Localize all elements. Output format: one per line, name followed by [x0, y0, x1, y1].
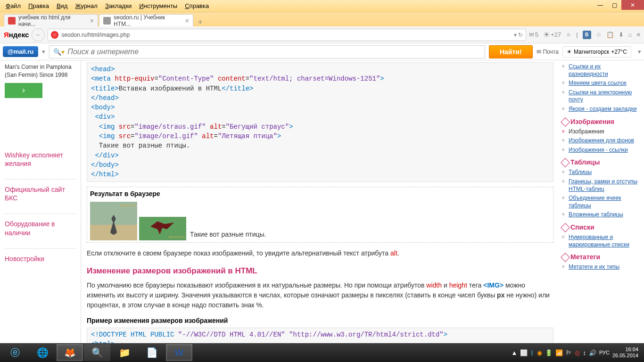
- system-tray: ▲ ⬜ ᛒ ◉ 🔋 📶 🏳 ◎ ↕ 🔊 РУС 16:04 26.05.2014: [512, 346, 642, 359]
- bird-image: seodon.ru: [139, 217, 186, 240]
- mail-link[interactable]: ✉ Почта: [537, 49, 559, 55]
- window-controls: — ▢ ✕: [593, 0, 644, 10]
- flag-icon[interactable]: 🏳: [566, 349, 572, 356]
- new-tab-button[interactable]: +: [194, 18, 206, 26]
- menu-tools[interactable]: Инструменты: [135, 1, 181, 11]
- url-bar[interactable]: seodon.ru/html/images.php ▾ ↻: [48, 29, 526, 41]
- yandex-logo[interactable]: Яндекс: [4, 31, 29, 39]
- tray-icons[interactable]: ▲ ⬜ ᛒ ◉ 🔋 📶 🏳 ◎ ↕ 🔊: [512, 349, 596, 356]
- menu-file[interactable]: Файл: [2, 1, 25, 11]
- tray-icon[interactable]: ⬜: [520, 349, 528, 356]
- explorer-icon[interactable]: 📁: [111, 344, 138, 361]
- section-lists[interactable]: Списки: [562, 220, 641, 233]
- close-tab-icon[interactable]: ×: [90, 17, 94, 25]
- nav-link[interactable]: Ссылки на электронную почту: [562, 88, 641, 105]
- ad-text: Man's Corner in Pamplona (San Fermin) Si…: [5, 63, 76, 79]
- chrome-icon[interactable]: 🌐: [29, 344, 56, 361]
- close-tab-icon[interactable]: ×: [185, 17, 189, 25]
- notepad-icon[interactable]: 📄: [139, 344, 165, 361]
- nav-link[interactable]: Изображения для фонов: [562, 136, 641, 146]
- side-link[interactable]: Оборудование в наличии: [5, 214, 76, 242]
- search-box[interactable]: 🔍▾: [49, 45, 485, 58]
- weather-widget[interactable]: ☀ Магнитогорск +27°C: [562, 46, 631, 58]
- nav-link[interactable]: Изображения - ссылки: [562, 146, 641, 155]
- side-link[interactable]: Новостройки: [5, 248, 76, 269]
- find-button[interactable]: Найти!: [489, 45, 533, 58]
- firefox-icon[interactable]: 🦊: [57, 344, 83, 361]
- dropdown-icon[interactable]: ▾: [42, 48, 45, 55]
- vk-icon[interactable]: В: [583, 31, 591, 39]
- weather-icon[interactable]: ☀+27: [543, 30, 561, 39]
- favicon-icon: [8, 17, 16, 25]
- menu-bookmarks[interactable]: Закладки: [101, 1, 135, 11]
- back-button[interactable]: ←: [32, 28, 45, 41]
- section-images[interactable]: Изображения: [562, 114, 641, 127]
- maximize-button[interactable]: ▢: [607, 0, 621, 10]
- nav-link-active[interactable]: Изображения: [562, 127, 641, 137]
- side-link[interactable]: Wishkey исполняет желания: [5, 145, 76, 173]
- nav-link[interactable]: Метатеги и их типы: [562, 263, 641, 272]
- download-icon[interactable]: ⬇: [619, 31, 624, 38]
- browser-tab-1[interactable]: учебник по html для начи... ×: [4, 14, 98, 26]
- menu-edit[interactable]: Правка: [25, 1, 53, 11]
- nav-link[interactable]: Объединение ячеек таблицы: [562, 194, 641, 210]
- content-area: Man's Corner in Pamplona (San Fermin) Si…: [0, 60, 644, 343]
- sub-heading: Пример изменения размеров изображений: [87, 316, 553, 326]
- left-sidebar: Man's Corner in Pamplona (San Fermin) Si…: [0, 60, 81, 343]
- taskbar: ⓔ 🌐 🦊 🔍 📁 📄 W ▲ ⬜ ᛒ ◉ 🔋 📶 🏳 ◎ ↕ 🔊 РУС 16…: [0, 343, 644, 362]
- network-icon[interactable]: 📶: [555, 349, 563, 356]
- nav-link[interactable]: Таблицы: [562, 168, 641, 177]
- tray-icon[interactable]: ◉: [537, 349, 542, 356]
- result-text: Такие вот разные птицы.: [190, 230, 266, 239]
- nav-link[interactable]: Якоря - создаем закладки: [562, 105, 641, 114]
- side-link[interactable]: Официальный сайт БКС: [5, 179, 76, 208]
- main-content: <head> <meta http-equiv="Content-Type" c…: [81, 60, 559, 343]
- section-tables[interactable]: Таблицы: [562, 155, 641, 168]
- mailru-bar: @mail.ru ▾ 🔍▾ Найти! ✉ Почта ☀ Магнитого…: [0, 43, 644, 60]
- volume-icon[interactable]: 🔊: [589, 349, 596, 356]
- clock[interactable]: 16:04 26.05.2014: [612, 346, 638, 359]
- ad-go-button[interactable]: ›: [5, 83, 42, 98]
- url-text: seodon.ru/html/images.php: [61, 32, 130, 38]
- clipboard-icon[interactable]: 📋: [606, 31, 614, 38]
- site-icon: [51, 31, 58, 39]
- minimize-button[interactable]: —: [593, 0, 607, 10]
- ostrich-image: seodon.ru: [90, 202, 137, 240]
- tray-icon[interactable]: ▲: [512, 349, 518, 356]
- tray-icon[interactable]: ↕: [583, 349, 586, 356]
- word-icon[interactable]: W: [166, 344, 192, 361]
- nav-link[interactable]: Вложенные таблицы: [562, 210, 641, 220]
- tab-title: seodon.ru | Учебник HTM...: [114, 14, 182, 27]
- bookmark-icon[interactable]: ☆: [596, 31, 602, 38]
- nav-link[interactable]: Границы, рамки и отступы HTML-таблиц: [562, 177, 641, 194]
- result-box: Результат в браузере seodon.ru seodon.ru…: [87, 187, 553, 243]
- dropdown-icon[interactable]: ▾: [638, 48, 641, 55]
- menu-view[interactable]: Вид: [53, 1, 72, 11]
- browser-tab-2[interactable]: seodon.ru | Учебник HTM... ×: [99, 14, 193, 26]
- search-input[interactable]: [67, 48, 481, 56]
- yandex-icon[interactable]: 🔍: [84, 344, 110, 361]
- language-indicator[interactable]: РУС: [599, 350, 610, 355]
- section-meta[interactable]: Метатеги: [562, 249, 641, 263]
- close-button[interactable]: ✕: [621, 0, 644, 10]
- paragraph: Если отключите в своем браузере показ из…: [87, 248, 553, 258]
- dropdown-icon[interactable]: ▾ ↻: [514, 32, 523, 38]
- nav-link[interactable]: Меняем цвета ссылок: [562, 79, 641, 88]
- mail-icon[interactable]: ✉ 5: [529, 31, 538, 38]
- paragraph: По умолчанию все браузеры показывают изо…: [87, 280, 553, 310]
- menu-icon[interactable]: ≡: [636, 31, 640, 38]
- tray-icon[interactable]: ◎: [575, 349, 580, 356]
- code-block-2: <!DOCTYPE HTML PUBLIC "-//W3C//DTD HTML …: [87, 328, 553, 343]
- menu-history[interactable]: Журнал: [71, 1, 101, 11]
- mailru-logo[interactable]: @mail.ru: [3, 46, 38, 57]
- ie-icon[interactable]: ⓔ: [2, 344, 28, 361]
- star-icon[interactable]: ★: [566, 31, 571, 38]
- home-icon[interactable]: ⌂: [628, 31, 632, 38]
- code-block-1: <head> <meta http-equiv="Content-Type" c…: [87, 62, 553, 182]
- nav-link[interactable]: Ссылки и их разновидности: [562, 62, 641, 79]
- bluetooth-icon[interactable]: ᛒ: [530, 349, 534, 356]
- result-title: Результат в браузере: [90, 189, 550, 199]
- battery-icon[interactable]: 🔋: [545, 349, 553, 356]
- menu-help[interactable]: Справка: [181, 1, 213, 11]
- nav-link[interactable]: Нумерованные и маркированные списки: [562, 233, 641, 249]
